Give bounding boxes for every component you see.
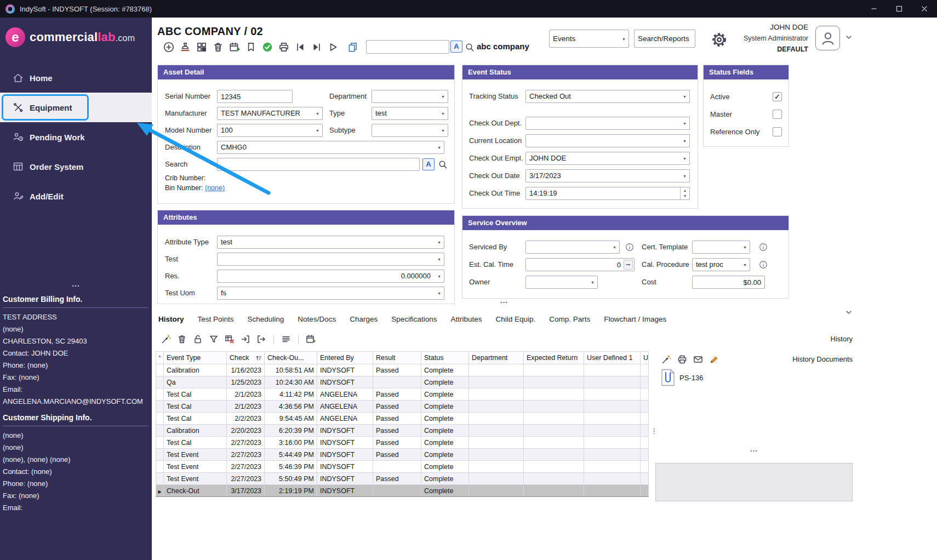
cell-entered_by[interactable]: INDYSOFT: [317, 461, 373, 473]
col-result[interactable]: Result: [373, 352, 421, 364]
cell-event_type[interactable]: Test Cal: [164, 413, 227, 425]
cell-department[interactable]: [469, 485, 524, 497]
department-select[interactable]: [372, 90, 448, 103]
cell-entered_by[interactable]: INDYSOFT: [317, 473, 373, 485]
cell-us[interactable]: [641, 437, 649, 449]
import-icon[interactable]: [240, 334, 251, 345]
cell-result[interactable]: Passed: [373, 413, 421, 425]
quick-search-input[interactable]: [366, 40, 449, 54]
owner-select[interactable]: [525, 276, 598, 289]
type-select[interactable]: test: [372, 107, 448, 120]
cell-status[interactable]: Complete: [421, 364, 469, 376]
export-icon[interactable]: [256, 334, 267, 345]
user-menu-chevron-down-icon[interactable]: [844, 33, 853, 42]
col-event-type[interactable]: Event Type: [164, 352, 227, 364]
copy-files-icon[interactable]: [347, 41, 359, 53]
unlock-icon[interactable]: [192, 334, 203, 345]
auto-search-button[interactable]: A: [450, 41, 462, 53]
col-user-defined-1[interactable]: User Defined 1: [584, 352, 641, 364]
cell-result[interactable]: [373, 376, 421, 388]
current-location-select[interactable]: [525, 134, 690, 147]
cell-result[interactable]: [373, 461, 421, 473]
cell-status[interactable]: Complete: [421, 473, 469, 485]
avatar[interactable]: [815, 26, 840, 50]
cell-user_defined_1[interactable]: [584, 413, 641, 425]
cell-event_type[interactable]: Test Cal: [164, 388, 227, 401]
cell-department[interactable]: [469, 437, 524, 449]
cell-check_ou[interactable]: 2:19:19 PM: [265, 485, 317, 497]
cell-us[interactable]: [641, 449, 649, 461]
cell-us[interactable]: [641, 401, 649, 413]
cell-status[interactable]: Complete: [421, 437, 469, 449]
cell-status[interactable]: Complete: [421, 461, 469, 473]
active-checkbox[interactable]: [773, 92, 782, 101]
cell-check[interactable]: 2/27/2023: [227, 449, 265, 461]
cell-check_ou[interactable]: 5:44:49 PM: [265, 449, 317, 461]
col-status[interactable]: Status: [421, 352, 469, 364]
col-check-out[interactable]: Check-Ou...: [265, 352, 317, 364]
doc-wand-icon[interactable]: [661, 354, 672, 365]
cell-event_type[interactable]: Test Event: [164, 449, 227, 461]
sidebar-item-pending-work[interactable]: Pending Work: [0, 122, 152, 152]
cell-check[interactable]: 2/1/2023: [227, 388, 265, 401]
cell-check_ou[interactable]: 5:50:49 PM: [265, 473, 317, 485]
cell-us[interactable]: [641, 376, 649, 388]
cell-check[interactable]: 2/1/2023: [227, 401, 265, 413]
calendar-add-icon[interactable]: [228, 41, 241, 53]
tracking-status-select[interactable]: Checked Out: [525, 90, 690, 103]
cell-event_type[interactable]: Test Event: [164, 461, 227, 473]
cell-event_type[interactable]: Qa: [164, 376, 227, 388]
auto-wand-icon[interactable]: [161, 334, 172, 345]
cert-template-info-icon[interactable]: [758, 242, 768, 252]
cell-check[interactable]: 2/27/2023: [227, 461, 265, 473]
master-checkbox[interactable]: [773, 110, 782, 119]
cell-check[interactable]: 3/17/2023: [227, 485, 265, 497]
sidebar-item-equipment[interactable]: Equipment: [0, 93, 152, 122]
cell-check[interactable]: 1/25/2023: [227, 376, 265, 388]
cell-department[interactable]: [469, 364, 524, 376]
cell-department[interactable]: [469, 401, 524, 413]
table-row[interactable]: Test Cal2/27/20233:16:00 PMINDYSOFTPasse…: [156, 437, 649, 449]
stamp-icon[interactable]: [179, 41, 191, 53]
tab-test-points[interactable]: Test Points: [198, 315, 234, 323]
cell-check_ou[interactable]: 9:54:45 AM: [265, 413, 317, 425]
service-overview-expander[interactable]: ...: [496, 296, 512, 305]
cell-result[interactable]: Passed: [373, 401, 421, 413]
cert-template-select[interactable]: [692, 241, 750, 254]
print-icon[interactable]: [278, 41, 290, 53]
cell-us[interactable]: [641, 413, 649, 425]
cell-event_type[interactable]: Test Event: [164, 473, 227, 485]
cell-result[interactable]: Passed: [373, 425, 421, 437]
manufacturer-select[interactable]: TEST MANUFACTURER: [217, 107, 323, 120]
serial-number-input[interactable]: [217, 90, 293, 103]
document-item[interactable]: PS-136: [661, 369, 703, 386]
cell-result[interactable]: Passed: [373, 437, 421, 449]
cell-check_ou[interactable]: 10:58:51 AM: [265, 364, 317, 376]
cell-department[interactable]: [469, 388, 524, 401]
cell-result[interactable]: Passed: [373, 473, 421, 485]
asset-search-icon[interactable]: [438, 159, 448, 170]
cell-department[interactable]: [469, 413, 524, 425]
grid-view-icon[interactable]: [196, 41, 208, 53]
search-icon[interactable]: [465, 42, 475, 53]
tab-flowchart-images[interactable]: Flowchart / Images: [604, 315, 666, 323]
est-cal-time-input[interactable]: [525, 258, 635, 271]
cell-check[interactable]: 1/16/2023: [227, 364, 265, 376]
close-button[interactable]: [912, 0, 937, 18]
check-out-date-select[interactable]: 3/17/2023: [525, 169, 690, 182]
asset-auto-search-button[interactable]: A: [422, 158, 435, 170]
cell-user_defined_1[interactable]: [584, 401, 641, 413]
check-out-dept-select[interactable]: [525, 117, 690, 130]
cell-expected_return[interactable]: [524, 376, 584, 388]
table-row[interactable]: Qa1/25/202310:24:30 AMINDYSOFTComplete: [156, 376, 649, 388]
spinner-arrows-icon[interactable]: [680, 187, 689, 199]
run-icon[interactable]: [327, 41, 339, 53]
check-out-empl-select[interactable]: JOHN DOE: [525, 152, 690, 165]
minimize-button[interactable]: [861, 0, 887, 18]
res-select[interactable]: 0.000000: [217, 270, 444, 283]
subtype-select[interactable]: [372, 124, 448, 137]
table-row[interactable]: Test Event2/27/20235:44:49 PMINDYSOFTPas…: [156, 449, 649, 461]
cell-result[interactable]: Passed: [373, 388, 421, 401]
cal-procedure-select[interactable]: test proc: [692, 258, 750, 271]
cell-us[interactable]: [641, 461, 649, 473]
